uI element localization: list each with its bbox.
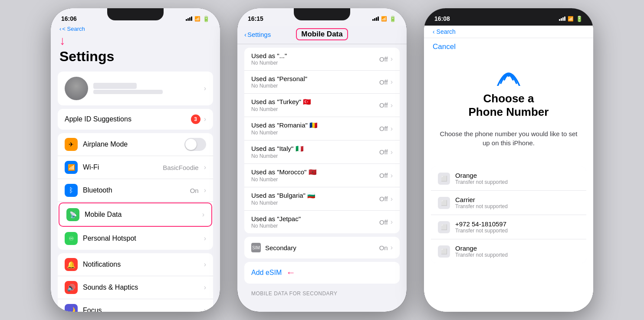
profile-section[interactable]: › (58, 72, 213, 105)
md-row-3[interactable]: Used as "Romania" 🇷🇴 No Number Off › (244, 117, 400, 140)
wifi-icon-1: 📶 (194, 16, 200, 22)
focus-row[interactable]: 🌙 Focus › (58, 299, 213, 312)
phone-number-list: ⬜ Orange Transfer not supported ⬜ Carrie… (431, 167, 586, 263)
cancel-button[interactable]: Cancel (433, 42, 456, 51)
airplane-mode-row[interactable]: ✈ Airplane Mode (58, 133, 213, 156)
mobile-data-row[interactable]: 📡 Mobile Data › (59, 202, 212, 227)
md-row-7-right: Off › (379, 218, 393, 226)
carrier-sub-3: Transfer not supported (455, 252, 579, 258)
wifi-icon-3: 📶 (568, 16, 574, 22)
sounds-label: Sounds & Haptics (83, 284, 199, 291)
choose-title-area: Choose aPhone Number (424, 92, 593, 129)
md-row-2-title: Used as "Turkey" 🇹🇷 (251, 98, 379, 106)
carrier-name-1: Carrier (455, 196, 579, 203)
phone-number-row-3[interactable]: ⬜ Orange Transfer not supported (431, 239, 586, 263)
hotspot-row[interactable]: ♾ Personal Hotspot › (58, 227, 213, 250)
focus-icon: 🌙 (65, 304, 78, 312)
sounds-icon: 🔊 (65, 281, 78, 294)
sim-box-3: ⬜ (438, 245, 450, 258)
bluetooth-value: On (190, 187, 199, 194)
phone-num-info-1: Carrier Transfer not supported (455, 196, 579, 209)
airplane-toggle[interactable] (184, 138, 206, 151)
back-link-1[interactable]: ‹ < Search (59, 26, 211, 32)
cancel-bar: Cancel (424, 38, 593, 55)
nav-back-2[interactable]: ‹ Settings (244, 31, 271, 38)
profile-chevron: › (204, 85, 206, 92)
battery-icon-2: 🔋 (389, 16, 396, 22)
avatar-image (65, 77, 88, 100)
wifi-value: BasicFoodie (163, 164, 199, 171)
signal-icon (493, 62, 524, 86)
md-row-6-right: Off › (379, 195, 393, 203)
md-row-3-value: Off (379, 125, 388, 132)
md-row-0-title: Used as "..." (251, 52, 379, 59)
mobile-data-label: Mobile Data (85, 211, 197, 219)
bluetooth-row[interactable]: ᛒ Bluetooth On › (58, 179, 213, 202)
signal-bars-2 (372, 16, 379, 21)
signal-bars-3 (559, 16, 565, 21)
md-row-0-right: Off › (379, 55, 393, 63)
md-row-1[interactable]: Used as "Personal" No Number Off › (244, 71, 400, 94)
secondary-row[interactable]: SIM Secondary On › (244, 237, 400, 258)
phone-1: 16:06 📶 🔋 ‹ < Search (51, 8, 220, 312)
nav-back-label-2: Settings (247, 31, 271, 38)
secondary-row-right: On › (379, 244, 393, 251)
add-esim-row[interactable]: Add eSIM ← (244, 262, 400, 284)
phone-number-row-0[interactable]: ⬜ Orange Transfer not supported (431, 167, 586, 191)
back-chevron-2: ‹ (244, 31, 246, 38)
phone-number-row-2[interactable]: ⬜ +972 54-1810597 Transfer not supported (431, 215, 586, 239)
md-row-6[interactable]: Used as "Bulgaria" 🇧🇬 No Number Off › (244, 187, 400, 211)
md-row-5-title: Used as "Morocco" 🇲🇦 (251, 168, 379, 176)
phone-num-info-0: Orange Transfer not supported (455, 172, 579, 185)
md-row-7-sub: No Number (251, 223, 379, 229)
back-chevron-1: ‹ (59, 26, 61, 32)
sounds-row[interactable]: 🔊 Sounds & Haptics › (58, 276, 213, 299)
md-row-0[interactable]: Used as "..." No Number Off › (244, 48, 400, 71)
md-row-5[interactable]: Used as "Morocco" 🇲🇦 No Number Off › (244, 164, 400, 187)
suggestion-label: Apple ID Suggestions (65, 115, 131, 123)
secondary-value: On (379, 244, 388, 251)
secondary-title: Secondary (265, 244, 379, 251)
carrier-name-0: Orange (455, 172, 579, 179)
profile-email (93, 90, 163, 94)
md-row-6-left: Used as "Bulgaria" 🇧🇬 No Number (251, 192, 379, 206)
carrier-sub-1: Transfer not supported (455, 203, 579, 209)
secondary-section: SIM Secondary On › (244, 237, 400, 258)
md-row-6-sub: No Number (251, 200, 379, 206)
md-row-3-left: Used as "Romania" 🇷🇴 No Number (251, 121, 379, 136)
bluetooth-label: Bluetooth (83, 186, 185, 194)
md-row-7[interactable]: Used as "Jetpac" No Number Off › (244, 211, 400, 233)
wifi-icon-2: 📶 (381, 16, 387, 22)
wifi-icon: 📶 (65, 161, 78, 174)
md-row-4-value: Off (379, 148, 388, 156)
md-row-3-title: Used as "Romania" 🇷🇴 (251, 121, 379, 129)
back-indicator-3: ‹ Search (433, 28, 456, 35)
battery-icon-3: 🔋 (576, 16, 583, 22)
suggestion-chevron: › (204, 115, 206, 123)
carrier-name-3: Orange (455, 245, 579, 252)
choose-phone-content: ‹ Search Cancel (424, 26, 593, 312)
md-row-2-value: Off (379, 101, 388, 109)
mobile-data-secondary-label: MOBILE DATA FOR SECONDARY (237, 287, 407, 298)
md-row-4[interactable]: Used as "Italy" 🇮🇹 No Number Off › (244, 140, 400, 164)
choose-subtitle: Choose the phone number you would like t… (437, 129, 580, 147)
status-icons-2: 📶 🔋 (372, 16, 396, 22)
phone-num-info-3: Orange Transfer not supported (455, 245, 579, 258)
md-row-7-left: Used as "Jetpac" No Number (251, 215, 379, 229)
status-time-1: 16:06 (61, 15, 77, 22)
md-row-4-right: Off › (379, 148, 393, 156)
notifications-row[interactable]: 🔔 Notifications › (58, 253, 213, 276)
phone-number-row-1[interactable]: ⬜ Carrier Transfer not supported (431, 191, 586, 215)
notifications-chevron: › (204, 261, 206, 268)
md-row-2[interactable]: Used as "Turkey" 🇹🇷 No Number Off › (244, 94, 400, 117)
settings-group-1: ✈ Airplane Mode 📶 Wi-Fi BasicFoodie › ᛒ (58, 133, 213, 250)
apple-id-suggestions-row[interactable]: Apple ID Suggestions 3 › (58, 109, 213, 130)
md-row-6-value: Off (379, 195, 388, 202)
md-row-2-right: Off › (379, 101, 393, 109)
wifi-row[interactable]: 📶 Wi-Fi BasicFoodie › (58, 156, 213, 179)
md-row-6-title: Used as "Bulgaria" 🇧🇬 (251, 192, 379, 199)
page-title-settings: Settings (59, 49, 211, 65)
nav-title-box: Mobile Data (296, 28, 348, 40)
signal-bars-1 (186, 16, 192, 21)
sim-box-2: ⬜ (438, 221, 450, 233)
